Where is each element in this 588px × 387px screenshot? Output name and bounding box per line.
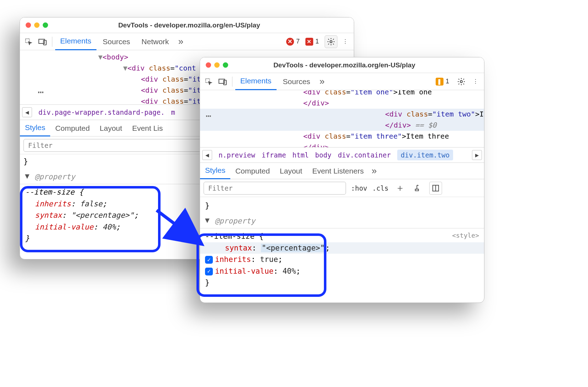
error-count[interactable]: ✕ 7 <box>284 38 302 46</box>
error-count-value: 7 <box>296 38 300 45</box>
close-icon[interactable] <box>206 62 211 68</box>
devtools-window-2: DevTools - developer.mozilla.org/en-US/p… <box>200 57 484 303</box>
warning-icon: ❚ <box>436 78 443 86</box>
device-toggle-icon[interactable] <box>36 35 49 48</box>
crumb-item[interactable]: div.page-wrapper.standard-page. <box>38 108 165 116</box>
crumb-scroll-right[interactable]: ▶ <box>472 150 482 160</box>
traffic-lights[interactable] <box>26 22 48 28</box>
more-subtabs-icon[interactable]: » <box>369 165 379 176</box>
new-rule-icon[interactable]: ＋ <box>394 182 406 195</box>
issue-count-value: 1 <box>315 38 319 45</box>
subtab-layout[interactable]: Layout <box>275 163 307 179</box>
crumb-scroll-left[interactable]: ◀ <box>22 107 32 117</box>
minimize-icon[interactable] <box>214 62 220 68</box>
subtab-event-listeners[interactable]: Event Lis <box>127 120 168 136</box>
main-toolbar: Elements Sources Network » ✕ 7 ✕ 1 ⋮ <box>20 33 354 50</box>
cls-toggle[interactable]: .cls <box>372 184 389 192</box>
svg-point-3 <box>330 41 332 43</box>
kebab-menu-icon[interactable]: ⋮ <box>469 75 482 88</box>
subtab-event-listeners[interactable]: Event Listeners <box>307 163 369 179</box>
main-toolbar: Elements Sources » ❚ 1 ⋮ <box>200 73 484 90</box>
error-icon: ✕ <box>286 38 294 46</box>
issue-count[interactable]: ✕ 1 <box>303 38 321 46</box>
styles-pane[interactable]: } ▼ @property <style>--item-size { synta… <box>200 197 484 291</box>
svg-point-7 <box>460 81 462 83</box>
warn-count-value: 1 <box>446 78 449 85</box>
subtab-computed[interactable]: Computed <box>230 163 275 179</box>
brush-icon[interactable] <box>411 182 424 195</box>
stage: DevTools - developer.mozilla.org/en-US/p… <box>0 0 588 387</box>
at-property-header: @property <box>35 172 75 181</box>
zoom-icon[interactable] <box>43 22 48 28</box>
crumb-item[interactable]: n.preview <box>219 151 255 159</box>
filter-bar: Filter :hov .cls ＋ <box>200 179 484 197</box>
settings-button[interactable] <box>325 35 337 48</box>
crumb-item[interactable]: div.container <box>338 151 391 159</box>
dom-tree[interactable]: ⋯ <div class="item one">Item one </div> … <box>200 90 484 147</box>
crumb-item-selected[interactable]: div.item.two <box>397 150 453 160</box>
titlebar[interactable]: DevTools - developer.mozilla.org/en-US/p… <box>20 17 354 33</box>
tab-elements[interactable]: Elements <box>55 33 96 50</box>
issue-icon: ✕ <box>305 38 313 46</box>
crumb-item[interactable]: body <box>315 151 331 159</box>
elide-icon: ⋯ <box>206 109 211 123</box>
styles-subtabs: Styles Computed Layout Event Listeners » <box>200 163 484 179</box>
traffic-lights[interactable] <box>206 62 228 68</box>
inspect-icon[interactable] <box>22 35 35 48</box>
settings-button[interactable] <box>455 75 468 88</box>
device-toggle-icon[interactable] <box>216 75 229 88</box>
subtab-computed[interactable]: Computed <box>50 120 95 136</box>
issue-count[interactable]: ❚ 1 <box>434 78 451 86</box>
crumb-item[interactable]: iframe <box>262 151 286 159</box>
at-property-header: @property <box>215 217 255 225</box>
elide-icon: ⋯ <box>38 84 43 100</box>
crumb-item[interactable]: m <box>171 108 175 116</box>
minimize-icon[interactable] <box>34 22 40 28</box>
subtab-styles[interactable]: Styles <box>20 120 50 136</box>
window-title: DevTools - developer.mozilla.org/en-US/p… <box>228 61 461 69</box>
subtab-layout[interactable]: Layout <box>95 120 127 136</box>
subtab-styles[interactable]: Styles <box>200 163 230 179</box>
tab-elements[interactable]: Elements <box>235 73 277 90</box>
kebab-menu-icon[interactable]: ⋮ <box>339 35 352 48</box>
breadcrumb[interactable]: ◀ n.preview iframe html body div.contain… <box>200 147 484 163</box>
inspect-icon[interactable] <box>202 75 215 88</box>
tab-sources[interactable]: Sources <box>278 73 315 90</box>
window-title: DevTools - developer.mozilla.org/en-US/p… <box>48 21 330 29</box>
more-tabs-icon[interactable]: » <box>175 36 186 47</box>
source-link[interactable]: <style> <box>452 231 479 241</box>
checkbox-icon[interactable]: ✓ <box>205 268 213 275</box>
checkbox-icon[interactable]: ✓ <box>205 256 213 264</box>
hov-toggle[interactable]: :hov <box>351 184 367 192</box>
filter-input[interactable]: Filter <box>204 182 346 195</box>
separator <box>52 37 52 47</box>
computed-toggle-icon[interactable] <box>429 182 442 195</box>
tab-sources[interactable]: Sources <box>98 33 135 50</box>
tab-network[interactable]: Network <box>137 33 174 50</box>
crumb-item[interactable]: html <box>293 151 309 159</box>
titlebar[interactable]: DevTools - developer.mozilla.org/en-US/p… <box>200 57 484 73</box>
more-tabs-icon[interactable]: » <box>317 76 327 87</box>
zoom-icon[interactable] <box>223 62 228 68</box>
separator <box>232 77 232 87</box>
crumb-scroll-left[interactable]: ◀ <box>202 150 212 160</box>
close-icon[interactable] <box>26 22 31 28</box>
